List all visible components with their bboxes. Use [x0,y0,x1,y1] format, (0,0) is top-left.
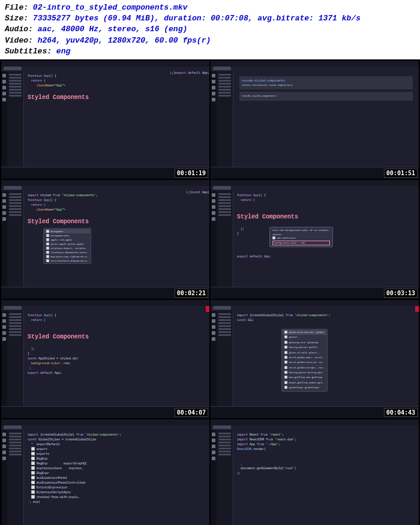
file-tree-item[interactable] [218,334,231,336]
file-tree-item[interactable] [9,439,22,440]
file-tree-item[interactable] [218,445,231,446]
extension-card[interactable]: vscode-styled-components Julien Poissonn… [239,76,413,89]
git-icon[interactable] [2,205,6,209]
file-tree-item[interactable] [9,193,22,195]
file-tree-item[interactable] [218,433,231,434]
autocomplete-item[interactable]: ⬜ earth-globe-asia-au… ea… [283,360,326,365]
file-tree-item[interactable] [218,316,231,318]
files-icon[interactable] [2,313,6,317]
autocomplete-item[interactable]: ⬜ boxing-glove boxing-glo… [283,370,326,375]
file-tree-item[interactable] [218,193,231,195]
file-tree-item[interactable] [218,199,231,201]
git-icon[interactable] [212,325,215,329]
file-tree-item[interactable] [9,328,22,330]
debug-icon[interactable] [2,211,6,215]
file-tree-item[interactable] [9,451,22,452]
extensions-icon[interactable] [212,337,215,341]
file-tree-item[interactable] [218,322,231,324]
editor-tab[interactable] [213,425,231,429]
editor-tab[interactable] [4,67,22,70]
debug-icon[interactable] [2,451,6,454]
thumbnail-3[interactable]: function App() { return ( Styled Compone… [211,180,419,299]
thumbnail-5[interactable]: import {createGlobalStyle} from 'styled-… [211,300,419,419]
autocomplete-item[interactable]: ⬜ glass-of-milk glass-… [283,350,326,355]
debug-icon[interactable] [2,92,6,95]
debug-icon[interactable] [2,331,6,335]
file-tree-item[interactable] [9,208,22,210]
file-tree-item[interactable] [218,319,231,321]
thumbnail-2[interactable]: import styled from 'styled-components';f… [1,180,209,299]
file-tree-item[interactable] [9,331,22,333]
file-tree-item[interactable] [218,95,231,97]
file-tree-item[interactable] [218,208,231,210]
autocomplete-item[interactable]: ⬜ globe-with-meridi… globe… [283,330,326,335]
search-icon[interactable] [212,439,215,442]
file-tree-item[interactable] [9,334,22,336]
autocomplete-item[interactable]: ⬜ anticlockwise-downwards-a… [44,259,90,263]
extensions-icon[interactable] [212,457,215,460]
file-tree-item[interactable] [218,439,231,440]
search-icon[interactable] [212,80,215,83]
debug-icon[interactable] [212,92,215,95]
autocomplete-item[interactable]: ⬜ gloves [283,335,326,340]
git-icon[interactable] [2,86,6,89]
autocomplete-item[interactable]: ⬜ map-pointing-rightwards-a… [44,254,90,259]
file-tree-item[interactable] [9,442,22,443]
file-tree-item[interactable] [218,80,231,82]
search-icon[interactable] [212,319,215,323]
extensions-icon[interactable] [2,217,6,221]
file-tree-item[interactable] [9,325,22,327]
file-tree-item[interactable] [218,211,231,213]
file-tree-item[interactable] [9,196,22,198]
files-icon[interactable] [2,433,6,436]
editor-tab[interactable] [213,186,231,190]
autocomplete-dropdown[interactable]: ⬜ muiAppBar⬜ muiAppBarMenu⬜ apple red-ap… [43,228,91,264]
autocomplete-item[interactable]: ⬜ muiAppBar [44,229,90,233]
file-tree-item[interactable] [218,454,231,455]
search-icon[interactable] [2,319,6,323]
autocomplete-item[interactable]: ⬜ clockwise-downwards-and-u… [44,250,90,254]
file-tree-item[interactable] [218,328,231,330]
files-icon[interactable] [212,433,215,436]
files-icon[interactable] [212,74,215,77]
file-tree-item[interactable] [9,433,22,434]
file-tree-item[interactable] [9,211,22,213]
autocomplete-item[interactable]: ⬜ glowing-star glowing… [283,340,326,345]
search-icon[interactable] [2,80,6,83]
thumbnail-1[interactable]: vscode-styled-components Julien Poissonn… [211,61,419,179]
editor-tab[interactable] [213,306,231,310]
editor-tab[interactable] [4,186,22,190]
file-tree-item[interactable] [218,331,231,333]
file-tree-item[interactable] [218,436,231,437]
thumbnail-7[interactable]: import React from 'react';import ReactDO… [211,419,419,525]
file-tree-item[interactable] [218,196,231,198]
extensions-icon[interactable] [212,217,215,221]
file-tree-item[interactable] [9,89,22,91]
code-editor[interactable]: function App() { return ( className="App… [24,71,166,167]
git-icon[interactable] [2,325,6,329]
autocomplete-dropdown[interactable]: ⬜ globe-with-meridi… globe…⬜ gloves⬜ glo… [281,329,328,392]
git-icon[interactable] [212,205,215,209]
autocomplete-item[interactable]: ⬜ muiAppBarMenu [44,233,90,238]
file-tree-item[interactable] [218,92,231,94]
file-tree-item[interactable] [9,322,22,324]
files-icon[interactable] [212,193,215,197]
file-tree-item[interactable] [9,77,22,79]
file-tree-item[interactable] [218,77,231,79]
debug-icon[interactable] [212,211,215,215]
git-icon[interactable] [2,445,6,448]
file-tree-item[interactable] [9,202,22,204]
thumbnail-0[interactable]: function App() { return ( className="App… [1,61,209,179]
file-tree-item[interactable] [9,445,22,446]
git-icon[interactable] [212,445,215,448]
file-tree-item[interactable] [9,92,22,94]
file-tree-item[interactable] [9,316,22,318]
file-tree-item[interactable] [9,86,22,88]
file-tree-item[interactable] [218,202,231,204]
autocomplete-item[interactable]: ⬜ man-golfing man-golfing [283,375,326,380]
extensions-icon[interactable] [2,98,6,101]
files-icon[interactable] [2,193,6,197]
git-icon[interactable] [212,86,215,89]
autocomplete-item[interactable]: ⬜ airplane-depart… airplan… [44,246,90,250]
file-tree-item[interactable] [9,436,22,437]
